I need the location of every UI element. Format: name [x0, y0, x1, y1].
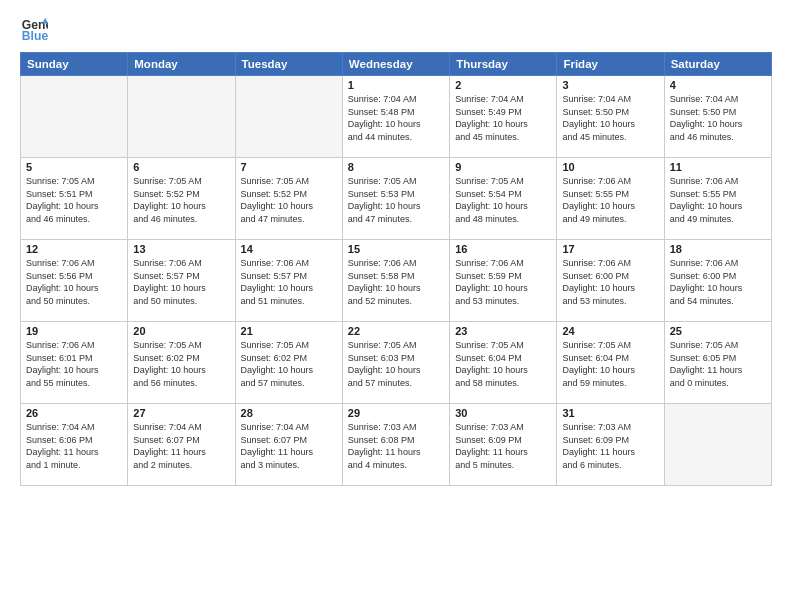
day-number: 28: [241, 407, 337, 419]
day-number: 16: [455, 243, 551, 255]
weekday-header-sunday: Sunday: [21, 53, 128, 76]
day-number: 6: [133, 161, 229, 173]
day-number: 10: [562, 161, 658, 173]
day-number: 22: [348, 325, 444, 337]
day-number: 31: [562, 407, 658, 419]
day-cell: 2Sunrise: 7:04 AM Sunset: 5:49 PM Daylig…: [450, 76, 557, 158]
day-cell: 12Sunrise: 7:06 AM Sunset: 5:56 PM Dayli…: [21, 240, 128, 322]
day-cell: 6Sunrise: 7:05 AM Sunset: 5:52 PM Daylig…: [128, 158, 235, 240]
day-number: 1: [348, 79, 444, 91]
day-number: 17: [562, 243, 658, 255]
day-cell: [664, 404, 771, 486]
day-number: 13: [133, 243, 229, 255]
day-info: Sunrise: 7:06 AM Sunset: 5:56 PM Dayligh…: [26, 257, 122, 307]
weekday-header-wednesday: Wednesday: [342, 53, 449, 76]
day-cell: 16Sunrise: 7:06 AM Sunset: 5:59 PM Dayli…: [450, 240, 557, 322]
day-number: 8: [348, 161, 444, 173]
day-cell: 31Sunrise: 7:03 AM Sunset: 6:09 PM Dayli…: [557, 404, 664, 486]
day-info: Sunrise: 7:06 AM Sunset: 5:58 PM Dayligh…: [348, 257, 444, 307]
day-cell: [128, 76, 235, 158]
day-info: Sunrise: 7:06 AM Sunset: 5:57 PM Dayligh…: [133, 257, 229, 307]
day-number: 14: [241, 243, 337, 255]
day-cell: 26Sunrise: 7:04 AM Sunset: 6:06 PM Dayli…: [21, 404, 128, 486]
day-info: Sunrise: 7:05 AM Sunset: 6:02 PM Dayligh…: [241, 339, 337, 389]
day-cell: 11Sunrise: 7:06 AM Sunset: 5:55 PM Dayli…: [664, 158, 771, 240]
day-cell: 3Sunrise: 7:04 AM Sunset: 5:50 PM Daylig…: [557, 76, 664, 158]
day-cell: 5Sunrise: 7:05 AM Sunset: 5:51 PM Daylig…: [21, 158, 128, 240]
day-number: 5: [26, 161, 122, 173]
day-info: Sunrise: 7:04 AM Sunset: 5:50 PM Dayligh…: [670, 93, 766, 143]
weekday-header-tuesday: Tuesday: [235, 53, 342, 76]
day-number: 3: [562, 79, 658, 91]
week-row-4: 19Sunrise: 7:06 AM Sunset: 6:01 PM Dayli…: [21, 322, 772, 404]
day-cell: 23Sunrise: 7:05 AM Sunset: 6:04 PM Dayli…: [450, 322, 557, 404]
day-cell: 27Sunrise: 7:04 AM Sunset: 6:07 PM Dayli…: [128, 404, 235, 486]
day-info: Sunrise: 7:04 AM Sunset: 6:06 PM Dayligh…: [26, 421, 122, 471]
day-info: Sunrise: 7:04 AM Sunset: 5:49 PM Dayligh…: [455, 93, 551, 143]
day-info: Sunrise: 7:05 AM Sunset: 6:02 PM Dayligh…: [133, 339, 229, 389]
day-cell: 18Sunrise: 7:06 AM Sunset: 6:00 PM Dayli…: [664, 240, 771, 322]
day-cell: 19Sunrise: 7:06 AM Sunset: 6:01 PM Dayli…: [21, 322, 128, 404]
day-number: 30: [455, 407, 551, 419]
day-info: Sunrise: 7:05 AM Sunset: 5:52 PM Dayligh…: [133, 175, 229, 225]
day-info: Sunrise: 7:03 AM Sunset: 6:09 PM Dayligh…: [562, 421, 658, 471]
day-cell: 4Sunrise: 7:04 AM Sunset: 5:50 PM Daylig…: [664, 76, 771, 158]
weekday-header-friday: Friday: [557, 53, 664, 76]
day-info: Sunrise: 7:05 AM Sunset: 6:03 PM Dayligh…: [348, 339, 444, 389]
day-number: 12: [26, 243, 122, 255]
day-cell: 24Sunrise: 7:05 AM Sunset: 6:04 PM Dayli…: [557, 322, 664, 404]
week-row-5: 26Sunrise: 7:04 AM Sunset: 6:06 PM Dayli…: [21, 404, 772, 486]
day-info: Sunrise: 7:05 AM Sunset: 5:54 PM Dayligh…: [455, 175, 551, 225]
day-cell: 15Sunrise: 7:06 AM Sunset: 5:58 PM Dayli…: [342, 240, 449, 322]
day-info: Sunrise: 7:04 AM Sunset: 6:07 PM Dayligh…: [133, 421, 229, 471]
day-info: Sunrise: 7:06 AM Sunset: 6:01 PM Dayligh…: [26, 339, 122, 389]
day-info: Sunrise: 7:04 AM Sunset: 5:50 PM Dayligh…: [562, 93, 658, 143]
day-cell: 1Sunrise: 7:04 AM Sunset: 5:48 PM Daylig…: [342, 76, 449, 158]
day-cell: 29Sunrise: 7:03 AM Sunset: 6:08 PM Dayli…: [342, 404, 449, 486]
day-cell: 7Sunrise: 7:05 AM Sunset: 5:52 PM Daylig…: [235, 158, 342, 240]
day-cell: 22Sunrise: 7:05 AM Sunset: 6:03 PM Dayli…: [342, 322, 449, 404]
day-number: 24: [562, 325, 658, 337]
svg-text:Blue: Blue: [22, 29, 48, 43]
day-number: 11: [670, 161, 766, 173]
day-cell: 9Sunrise: 7:05 AM Sunset: 5:54 PM Daylig…: [450, 158, 557, 240]
weekday-header-monday: Monday: [128, 53, 235, 76]
day-cell: 13Sunrise: 7:06 AM Sunset: 5:57 PM Dayli…: [128, 240, 235, 322]
day-info: Sunrise: 7:05 AM Sunset: 5:51 PM Dayligh…: [26, 175, 122, 225]
day-info: Sunrise: 7:05 AM Sunset: 5:52 PM Dayligh…: [241, 175, 337, 225]
day-info: Sunrise: 7:06 AM Sunset: 6:00 PM Dayligh…: [562, 257, 658, 307]
day-cell: [235, 76, 342, 158]
day-cell: 25Sunrise: 7:05 AM Sunset: 6:05 PM Dayli…: [664, 322, 771, 404]
day-cell: 14Sunrise: 7:06 AM Sunset: 5:57 PM Dayli…: [235, 240, 342, 322]
header: General Blue: [20, 16, 772, 44]
day-info: Sunrise: 7:05 AM Sunset: 5:53 PM Dayligh…: [348, 175, 444, 225]
day-info: Sunrise: 7:05 AM Sunset: 6:04 PM Dayligh…: [562, 339, 658, 389]
day-info: Sunrise: 7:03 AM Sunset: 6:09 PM Dayligh…: [455, 421, 551, 471]
day-number: 18: [670, 243, 766, 255]
day-info: Sunrise: 7:04 AM Sunset: 5:48 PM Dayligh…: [348, 93, 444, 143]
day-info: Sunrise: 7:06 AM Sunset: 5:57 PM Dayligh…: [241, 257, 337, 307]
day-cell: 10Sunrise: 7:06 AM Sunset: 5:55 PM Dayli…: [557, 158, 664, 240]
day-info: Sunrise: 7:06 AM Sunset: 6:00 PM Dayligh…: [670, 257, 766, 307]
week-row-3: 12Sunrise: 7:06 AM Sunset: 5:56 PM Dayli…: [21, 240, 772, 322]
day-number: 21: [241, 325, 337, 337]
day-number: 4: [670, 79, 766, 91]
day-info: Sunrise: 7:06 AM Sunset: 5:55 PM Dayligh…: [670, 175, 766, 225]
day-info: Sunrise: 7:06 AM Sunset: 5:59 PM Dayligh…: [455, 257, 551, 307]
day-number: 2: [455, 79, 551, 91]
day-info: Sunrise: 7:03 AM Sunset: 6:08 PM Dayligh…: [348, 421, 444, 471]
day-cell: 21Sunrise: 7:05 AM Sunset: 6:02 PM Dayli…: [235, 322, 342, 404]
calendar-table: SundayMondayTuesdayWednesdayThursdayFrid…: [20, 52, 772, 486]
day-number: 25: [670, 325, 766, 337]
week-row-1: 1Sunrise: 7:04 AM Sunset: 5:48 PM Daylig…: [21, 76, 772, 158]
day-info: Sunrise: 7:05 AM Sunset: 6:05 PM Dayligh…: [670, 339, 766, 389]
day-cell: 17Sunrise: 7:06 AM Sunset: 6:00 PM Dayli…: [557, 240, 664, 322]
page: General Blue SundayMondayTuesdayWednesda…: [0, 0, 792, 612]
day-number: 29: [348, 407, 444, 419]
day-number: 26: [26, 407, 122, 419]
day-info: Sunrise: 7:04 AM Sunset: 6:07 PM Dayligh…: [241, 421, 337, 471]
day-cell: 28Sunrise: 7:04 AM Sunset: 6:07 PM Dayli…: [235, 404, 342, 486]
day-number: 23: [455, 325, 551, 337]
day-number: 27: [133, 407, 229, 419]
day-number: 9: [455, 161, 551, 173]
